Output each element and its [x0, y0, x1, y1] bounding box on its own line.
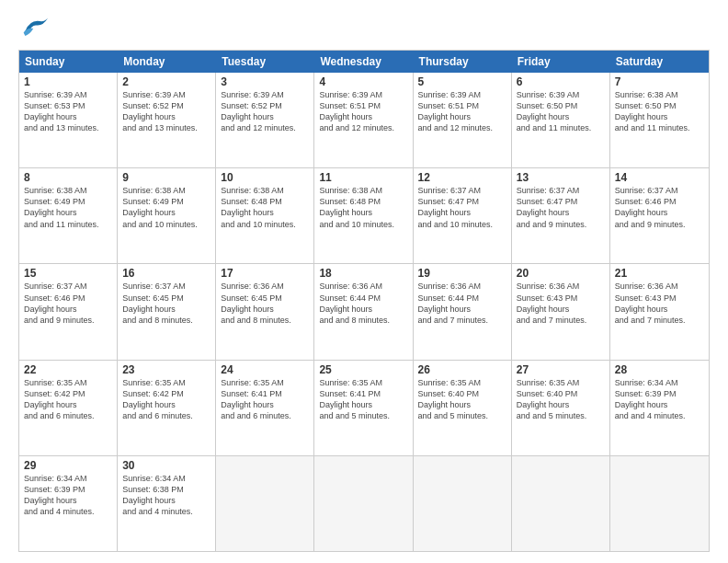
cell-info: Sunrise: 6:35 AMSunset: 6:40 PMDaylight … [418, 377, 506, 422]
calendar-cell [414, 456, 512, 551]
calendar-cell: 20Sunrise: 6:36 AMSunset: 6:43 PMDayligh… [512, 264, 610, 359]
cell-info: Sunrise: 6:39 AMSunset: 6:52 PMDaylight … [221, 89, 309, 134]
calendar-cell: 24Sunrise: 6:35 AMSunset: 6:41 PMDayligh… [216, 361, 314, 455]
cell-date: 24 [221, 363, 309, 376]
calendar-cell: 12Sunrise: 6:37 AMSunset: 6:47 PMDayligh… [414, 168, 512, 263]
day-header-friday: Friday [512, 51, 610, 73]
cell-date: 12 [418, 171, 506, 184]
cell-info: Sunrise: 6:37 AMSunset: 6:46 PMDaylight … [24, 281, 112, 326]
calendar-page: SundayMondayTuesdayWednesdayThursdayFrid… [0, 0, 728, 563]
cell-date: 8 [24, 171, 112, 184]
calendar-cell: 15Sunrise: 6:37 AMSunset: 6:46 PMDayligh… [19, 264, 118, 359]
calendar-row-2: 8Sunrise: 6:38 AMSunset: 6:49 PMDaylight… [19, 167, 709, 263]
day-header-monday: Monday [118, 51, 216, 73]
cell-date: 3 [221, 75, 309, 88]
cell-info: Sunrise: 6:36 AMSunset: 6:43 PMDaylight … [615, 281, 704, 326]
cell-date: 22 [24, 363, 112, 376]
cell-info: Sunrise: 6:38 AMSunset: 6:49 PMDaylight … [122, 185, 210, 230]
cell-info: Sunrise: 6:37 AMSunset: 6:47 PMDaylight … [517, 185, 605, 230]
calendar-cell: 27Sunrise: 6:35 AMSunset: 6:40 PMDayligh… [512, 361, 610, 455]
day-header-thursday: Thursday [414, 51, 512, 73]
calendar-cell: 13Sunrise: 6:37 AMSunset: 6:47 PMDayligh… [512, 168, 610, 263]
cell-date: 21 [615, 267, 704, 280]
calendar-cell [610, 456, 709, 551]
calendar-cell: 2Sunrise: 6:39 AMSunset: 6:52 PMDaylight… [118, 73, 216, 167]
cell-info: Sunrise: 6:36 AMSunset: 6:45 PMDaylight … [221, 281, 309, 326]
cell-date: 18 [319, 267, 407, 280]
day-header-tuesday: Tuesday [216, 51, 314, 73]
calendar-header: SundayMondayTuesdayWednesdayThursdayFrid… [19, 51, 709, 73]
calendar-body: 1Sunrise: 6:39 AMSunset: 6:53 PMDaylight… [19, 73, 709, 551]
cell-date: 26 [418, 363, 506, 376]
cell-info: Sunrise: 6:36 AMSunset: 6:44 PMDaylight … [319, 281, 407, 326]
cell-date: 25 [319, 363, 407, 376]
cell-date: 23 [122, 363, 210, 376]
cell-date: 20 [517, 267, 605, 280]
day-header-saturday: Saturday [610, 51, 709, 73]
cell-info: Sunrise: 6:36 AMSunset: 6:43 PMDaylight … [517, 281, 605, 326]
calendar-cell: 16Sunrise: 6:37 AMSunset: 6:45 PMDayligh… [118, 264, 216, 359]
cell-date: 7 [615, 75, 704, 88]
cell-date: 1 [24, 75, 112, 88]
cell-info: Sunrise: 6:39 AMSunset: 6:50 PMDaylight … [517, 89, 605, 134]
cell-date: 9 [122, 171, 210, 184]
calendar-cell: 28Sunrise: 6:34 AMSunset: 6:39 PMDayligh… [610, 361, 709, 455]
calendar-cell [512, 456, 610, 551]
cell-date: 28 [615, 363, 704, 376]
calendar-cell: 5Sunrise: 6:39 AMSunset: 6:51 PMDaylight… [414, 73, 512, 167]
cell-info: Sunrise: 6:34 AMSunset: 6:39 PMDaylight … [615, 377, 704, 422]
cell-date: 11 [319, 171, 407, 184]
cell-info: Sunrise: 6:34 AMSunset: 6:38 PMDaylight … [122, 473, 210, 518]
calendar-cell: 19Sunrise: 6:36 AMSunset: 6:44 PMDayligh… [414, 264, 512, 359]
cell-date: 13 [517, 171, 605, 184]
logo-icon [18, 15, 51, 42]
cell-info: Sunrise: 6:37 AMSunset: 6:46 PMDaylight … [615, 185, 704, 230]
cell-date: 16 [122, 267, 210, 280]
cell-date: 30 [122, 459, 210, 472]
cell-date: 10 [221, 171, 309, 184]
calendar-cell: 23Sunrise: 6:35 AMSunset: 6:42 PMDayligh… [118, 361, 216, 455]
calendar-cell: 18Sunrise: 6:36 AMSunset: 6:44 PMDayligh… [314, 264, 413, 359]
cell-date: 17 [221, 267, 309, 280]
cell-date: 14 [615, 171, 704, 184]
cell-date: 4 [319, 75, 407, 88]
calendar-cell: 30Sunrise: 6:34 AMSunset: 6:38 PMDayligh… [118, 456, 216, 551]
cell-info: Sunrise: 6:38 AMSunset: 6:48 PMDaylight … [221, 185, 309, 230]
cell-date: 27 [517, 363, 605, 376]
cell-info: Sunrise: 6:39 AMSunset: 6:51 PMDaylight … [418, 89, 506, 134]
calendar-cell: 21Sunrise: 6:36 AMSunset: 6:43 PMDayligh… [610, 264, 709, 359]
cell-info: Sunrise: 6:35 AMSunset: 6:41 PMDaylight … [319, 377, 407, 422]
calendar-cell: 22Sunrise: 6:35 AMSunset: 6:42 PMDayligh… [19, 361, 118, 455]
calendar-cell: 7Sunrise: 6:38 AMSunset: 6:50 PMDaylight… [610, 73, 709, 167]
cell-info: Sunrise: 6:37 AMSunset: 6:47 PMDaylight … [418, 185, 506, 230]
header [18, 15, 710, 42]
calendar-row-3: 15Sunrise: 6:37 AMSunset: 6:46 PMDayligh… [19, 263, 709, 359]
cell-info: Sunrise: 6:38 AMSunset: 6:49 PMDaylight … [24, 185, 112, 230]
calendar-cell: 25Sunrise: 6:35 AMSunset: 6:41 PMDayligh… [314, 361, 413, 455]
cell-info: Sunrise: 6:35 AMSunset: 6:40 PMDaylight … [517, 377, 605, 422]
calendar-cell: 11Sunrise: 6:38 AMSunset: 6:48 PMDayligh… [314, 168, 413, 263]
calendar-row-1: 1Sunrise: 6:39 AMSunset: 6:53 PMDaylight… [19, 73, 709, 167]
cell-info: Sunrise: 6:39 AMSunset: 6:51 PMDaylight … [319, 89, 407, 134]
cell-info: Sunrise: 6:35 AMSunset: 6:41 PMDaylight … [221, 377, 309, 422]
cell-date: 2 [122, 75, 210, 88]
cell-info: Sunrise: 6:34 AMSunset: 6:39 PMDaylight … [24, 473, 112, 518]
cell-date: 6 [517, 75, 605, 88]
cell-info: Sunrise: 6:39 AMSunset: 6:52 PMDaylight … [122, 89, 210, 134]
cell-info: Sunrise: 6:38 AMSunset: 6:50 PMDaylight … [615, 89, 704, 134]
calendar-cell: 26Sunrise: 6:35 AMSunset: 6:40 PMDayligh… [414, 361, 512, 455]
calendar-cell: 4Sunrise: 6:39 AMSunset: 6:51 PMDaylight… [314, 73, 413, 167]
calendar-cell: 8Sunrise: 6:38 AMSunset: 6:49 PMDaylight… [19, 168, 118, 263]
calendar-row-4: 22Sunrise: 6:35 AMSunset: 6:42 PMDayligh… [19, 360, 709, 455]
cell-info: Sunrise: 6:39 AMSunset: 6:53 PMDaylight … [24, 89, 112, 134]
logo [18, 15, 55, 42]
calendar: SundayMondayTuesdayWednesdayThursdayFrid… [18, 50, 710, 552]
cell-info: Sunrise: 6:35 AMSunset: 6:42 PMDaylight … [122, 377, 210, 422]
calendar-cell: 10Sunrise: 6:38 AMSunset: 6:48 PMDayligh… [216, 168, 314, 263]
cell-date: 5 [418, 75, 506, 88]
day-header-sunday: Sunday [19, 51, 118, 73]
cell-info: Sunrise: 6:37 AMSunset: 6:45 PMDaylight … [122, 281, 210, 326]
calendar-cell: 17Sunrise: 6:36 AMSunset: 6:45 PMDayligh… [216, 264, 314, 359]
calendar-cell: 14Sunrise: 6:37 AMSunset: 6:46 PMDayligh… [610, 168, 709, 263]
calendar-cell: 9Sunrise: 6:38 AMSunset: 6:49 PMDaylight… [118, 168, 216, 263]
